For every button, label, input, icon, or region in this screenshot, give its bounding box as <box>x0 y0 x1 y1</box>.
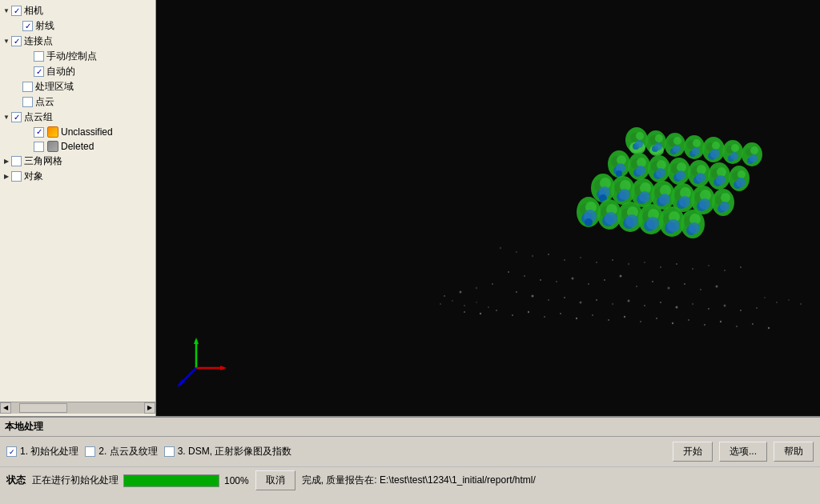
svg-point-73 <box>672 322 673 324</box>
expand-camera-icon[interactable] <box>2 6 11 16</box>
expand-mesh-icon[interactable] <box>2 157 11 166</box>
sidebar-item-region[interactable]: 处理区域 <box>0 79 155 94</box>
sidebar-item-unclassified[interactable]: Unclassified <box>0 125 155 139</box>
checkbox-unclassified[interactable] <box>34 127 44 138</box>
svg-point-70 <box>624 316 625 318</box>
deleted-color-icon <box>46 140 59 153</box>
progress-container: 正在进行初始化处理 100% <box>32 474 249 487</box>
svg-point-46 <box>676 263 677 265</box>
svg-point-101 <box>692 147 700 155</box>
cancel-button[interactable]: 取消 <box>255 470 295 490</box>
svg-point-27 <box>644 305 645 306</box>
svg-point-36 <box>516 251 517 253</box>
svg-point-29 <box>676 306 678 309</box>
svg-point-12 <box>684 283 685 285</box>
sidebar-item-cloudgroup[interactable]: 点云组 <box>0 110 155 125</box>
checkbox-cloudgroup[interactable] <box>11 112 22 122</box>
workflow-checkbox-3[interactable] <box>164 446 175 457</box>
sidebar-item-auto[interactable]: 自动的 <box>0 64 155 79</box>
checkbox-deleted[interactable] <box>34 142 44 152</box>
checkbox-pointcloud[interactable] <box>22 97 33 107</box>
checkbox-region[interactable] <box>22 82 33 92</box>
sidebar-item-ray[interactable]: 射线 <box>0 18 155 34</box>
svg-point-17 <box>460 291 462 294</box>
checkbox-auto[interactable] <box>34 66 44 77</box>
expand-object-icon[interactable] <box>2 172 11 182</box>
svg-point-132 <box>656 168 665 178</box>
svg-point-55 <box>488 306 489 308</box>
svg-point-26 <box>628 300 630 302</box>
svg-point-15 <box>492 283 493 285</box>
svg-point-137 <box>676 170 685 180</box>
label-pointcloud: 点云 <box>35 95 54 109</box>
svg-point-53 <box>464 305 465 306</box>
sidebar-item-connect[interactable]: 连接点 <box>0 34 155 49</box>
checkbox-ray[interactable] <box>22 21 33 31</box>
workflow-checkbox-1[interactable] <box>6 446 17 457</box>
svg-point-178 <box>679 196 690 207</box>
progress-bar-fill <box>124 475 219 486</box>
sidebar-item-mesh[interactable]: 三角网格 <box>0 154 155 169</box>
checkbox-object[interactable] <box>11 171 22 182</box>
label-auto: 自动的 <box>46 65 75 78</box>
help-button[interactable]: 帮助 <box>774 442 814 462</box>
svg-point-8 <box>620 275 622 278</box>
svg-point-83 <box>636 132 644 140</box>
progress-text: 正在进行初始化处理 <box>32 474 119 487</box>
scroll-left-icon[interactable]: ◀ <box>0 402 11 414</box>
svg-point-13 <box>700 289 701 290</box>
svg-point-30 <box>692 303 693 305</box>
sidebar-scrollbar[interactable]: ◀ ▶ <box>0 402 155 413</box>
panel-title: 本地处理 <box>0 418 820 437</box>
expand-cloudgroup-icon[interactable] <box>2 113 11 122</box>
svg-point-59 <box>800 303 802 305</box>
label-object: 对象 <box>24 170 43 183</box>
svg-point-41 <box>596 262 597 263</box>
point-cloud-svg <box>156 0 820 416</box>
unclassified-color-icon <box>46 126 59 138</box>
expand-connect-icon[interactable] <box>2 37 11 46</box>
scroll-right-icon[interactable]: ▶ <box>144 402 155 414</box>
start-button[interactable]: 开始 <box>673 442 713 462</box>
svg-point-49 <box>724 270 726 271</box>
sidebar-item-object[interactable]: 对象 <box>0 169 155 184</box>
checkbox-camera[interactable] <box>11 6 22 16</box>
svg-point-33 <box>740 310 742 311</box>
sidebar-item-manual[interactable]: 手动/控制点 <box>0 49 155 64</box>
workflow-checkbox-2[interactable] <box>85 446 95 457</box>
svg-point-66 <box>560 313 561 314</box>
options-button[interactable]: 选项... <box>719 442 767 462</box>
svg-point-35 <box>500 247 501 249</box>
sidebar-item-camera[interactable]: 相机 <box>0 3 155 18</box>
label-ray: 射线 <box>35 19 54 33</box>
svg-point-44 <box>644 262 645 263</box>
svg-point-122 <box>616 170 622 177</box>
sidebar-scroll-thumb[interactable] <box>19 403 67 413</box>
workflow-step-1: 1. 初始化处理 <box>6 445 78 458</box>
svg-point-10 <box>652 281 653 282</box>
checkbox-connect[interactable] <box>11 36 22 46</box>
3d-viewport[interactable] <box>156 0 820 416</box>
svg-point-173 <box>659 194 670 205</box>
svg-point-32 <box>724 305 726 307</box>
label-mesh: 三角网格 <box>24 154 62 168</box>
panel-title-text: 本地处理 <box>5 421 43 432</box>
checkbox-manual[interactable] <box>34 51 44 62</box>
svg-point-18 <box>444 295 445 297</box>
svg-point-199 <box>605 212 617 225</box>
label-cloudgroup: 点云组 <box>24 110 53 124</box>
svg-point-209 <box>646 217 659 230</box>
svg-point-67 <box>576 318 577 319</box>
sidebar-item-deleted[interactable]: Deleted <box>0 139 155 154</box>
sidebar-item-pointcloud[interactable]: 点云 <box>0 94 155 110</box>
svg-point-142 <box>696 173 705 182</box>
label-unclassified: Unclassified <box>61 126 113 138</box>
svg-point-31 <box>708 308 709 310</box>
svg-point-194 <box>585 218 593 226</box>
workflow-row: 1. 初始化处理 2. 点云及纹理 3. DSM, 正射影像图及指数 开始 选项… <box>0 437 820 467</box>
sidebar-scroll-track[interactable] <box>11 402 144 414</box>
svg-point-52 <box>452 300 453 302</box>
svg-point-22 <box>564 297 565 298</box>
svg-point-76 <box>720 321 722 322</box>
checkbox-mesh[interactable] <box>11 156 22 166</box>
